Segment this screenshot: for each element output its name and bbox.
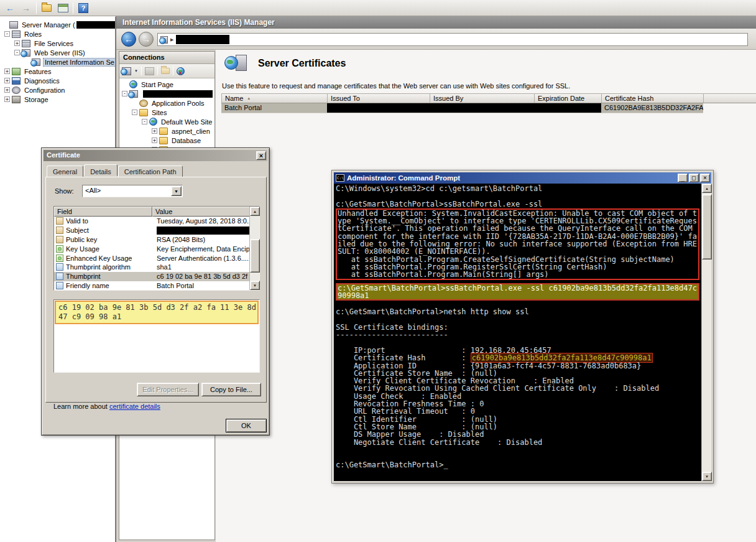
redacted-server-name [176, 35, 229, 44]
create-connection-icon[interactable] [122, 67, 131, 75]
scrollbar-thumb[interactable] [250, 239, 260, 273]
tree-item-start-page[interactable]: Start Page [119, 80, 214, 89]
certificate-field-icon [56, 227, 63, 234]
copy-to-file-button[interactable]: Copy to File... [201, 383, 261, 396]
field-row-subject[interactable]: Subject [54, 226, 249, 235]
column-header-issued-to[interactable]: Issued To [328, 94, 430, 103]
expand-icon[interactable]: + [4, 96, 10, 102]
tree-item-default-web-site[interactable]: -Default Web Site [119, 117, 214, 126]
tree-item-web-server-iis-[interactable]: -Web Server (IIS) [0, 48, 115, 57]
show-dropdown-value: <All> [83, 185, 182, 197]
console-block-cmd-highlight: c:\GetSmart\BatchPortal>ssBatchPortal.ex… [336, 283, 699, 301]
fields-header-value[interactable]: Value [152, 207, 259, 217]
console-block-error-box: Unhandled Exception: System.InvalidCastE… [336, 208, 699, 280]
field-row-thumbprint[interactable]: Thumbprintc6 19 02 ba 9e 81 3b 5d d3 2f … [54, 272, 249, 281]
iis-forward-button[interactable]: → [139, 32, 154, 47]
forward-arrow-icon[interactable]: → [20, 2, 32, 14]
field-row-public-key[interactable]: Public keyRSA (2048 Bits) [54, 235, 249, 245]
thumbprint-value-box[interactable]: c6 19 02 ba 9e 81 3b 5d d3 2f a2 fa 11 3… [53, 299, 260, 373]
tree-item-sites[interactable]: -Sites [119, 108, 214, 117]
console-line: 90998a1 [338, 292, 698, 299]
back-arrow-icon[interactable]: ← [4, 2, 16, 14]
tree-item-features[interactable]: +Features [0, 67, 115, 76]
collapse-icon[interactable]: - [122, 91, 127, 96]
iis-breadcrumb[interactable]: ▶ [157, 33, 748, 46]
tree-item-redacted[interactable]: - [119, 89, 214, 98]
scroll-down-icon[interactable]: ▼ [250, 281, 260, 290]
field-value: Batch Portal [154, 282, 249, 289]
cell-name: Batch Portal [221, 103, 327, 113]
column-header-issued-by[interactable]: Issued By [430, 94, 535, 103]
tree-item-roles[interactable]: -Roles [0, 29, 115, 39]
fields-scrollbar[interactable]: ▲ ▼ [249, 207, 259, 290]
column-header-expiration-date[interactable]: Expiration Date [535, 94, 602, 103]
scrollbar-thumb[interactable] [702, 194, 712, 259]
expand-icon[interactable]: + [14, 40, 20, 46]
close-icon[interactable]: × [700, 174, 710, 182]
certificate-dialog-titlebar[interactable]: Certificate × [44, 150, 267, 161]
collapse-icon[interactable]: - [14, 50, 20, 55]
folderico-icon [159, 128, 168, 135]
ok-button[interactable]: OK [226, 419, 267, 432]
field-value: Tuesday, August 28, 2018 8:0... [154, 217, 249, 225]
disconnect-icon[interactable] [177, 67, 185, 75]
chevron-down-icon[interactable]: ▼ [134, 69, 138, 73]
collapse-icon[interactable]: - [4, 31, 10, 37]
close-icon[interactable]: × [256, 151, 266, 160]
certificate-row-batch-portal[interactable]: Batch Portal C61902BA9E813B5DD32FA2FA1..… [221, 103, 703, 113]
expand-icon[interactable]: + [4, 68, 10, 74]
certificate-field-icon [56, 273, 63, 280]
tree-item-label: Roles [23, 30, 43, 38]
chevron-down-icon[interactable]: ▼ [171, 186, 182, 196]
tree-item-configuration[interactable]: +Configuration [0, 85, 115, 95]
help-icon[interactable]: ? [77, 2, 90, 14]
minimize-icon[interactable]: _ [678, 174, 688, 182]
tree-item-label: Configuration [23, 86, 66, 94]
tree-item-application-pools[interactable]: Application Pools [119, 98, 214, 108]
expand-icon[interactable]: + [152, 138, 157, 143]
collapse-icon[interactable]: - [132, 110, 137, 115]
tab-certification-path[interactable]: Certification Path [118, 166, 183, 177]
tree-item-diagnostics[interactable]: +Diagnostics [0, 76, 115, 85]
field-row-friendly-name[interactable]: Friendly nameBatch Portal [54, 281, 249, 290]
field-row-key-usage[interactable]: Key UsageKey Encipherment, Data Encip... [54, 244, 249, 253]
collapse-icon[interactable]: - [142, 119, 147, 124]
tree-item-aspnet-clien[interactable]: +aspnet_clien [119, 126, 214, 136]
scroll-down-icon[interactable]: ▼ [702, 472, 712, 481]
field-row-valid-to[interactable]: Valid toTuesday, August 28, 2018 8:0... [54, 217, 249, 226]
export-folder-icon[interactable] [40, 2, 53, 14]
chart-icon [12, 77, 21, 85]
column-header-name[interactable]: Name▲ [222, 94, 328, 103]
tree-item-storage[interactable]: +Storage [0, 95, 115, 104]
certificate-dialog-tabs: General Details Certification Path [47, 166, 183, 177]
tree-item-database[interactable]: +Database [119, 136, 214, 145]
field-name: Subject [66, 227, 154, 234]
field-row-enhanced-key-usage[interactable]: Enhanced Key UsageServer Authentication … [54, 253, 249, 263]
tab-general[interactable]: General [47, 166, 83, 177]
console-scrollbar[interactable]: ▲ ▼ [701, 184, 711, 481]
expand-icon[interactable]: + [4, 78, 10, 83]
breadcrumb-arrow-icon: ▶ [170, 37, 173, 42]
feature-title: Server Certificates [258, 58, 346, 69]
iis-titlebar[interactable]: Internet Information Services (IIS) Mana… [116, 16, 756, 29]
show-dropdown[interactable]: <All> ▼ [82, 185, 183, 197]
maximize-icon[interactable]: □ [689, 174, 699, 182]
certificate-details-link[interactable]: certificate details [109, 403, 160, 410]
scroll-up-icon[interactable]: ▲ [250, 207, 260, 216]
scroll-up-icon[interactable]: ▲ [702, 184, 712, 193]
field-row-thumbprint-algorithm[interactable]: Thumbprint algorithmsha1 [54, 263, 249, 272]
expand-icon[interactable]: + [4, 87, 10, 93]
console-window-icon[interactable] [57, 2, 69, 14]
server-icon [160, 36, 168, 44]
console-output[interactable]: C:\Windows\system32>cd c:\getsmart\Batch… [334, 184, 701, 481]
command-prompt-titlebar[interactable]: C:\ Administrator: Command Prompt _ □ × [334, 172, 711, 184]
fields-header-field[interactable]: Field [54, 207, 152, 217]
expand-icon[interactable]: + [152, 128, 157, 134]
column-header-certificate-hash[interactable]: Certificate Hash [602, 94, 704, 103]
tree-item-internet-information-se[interactable]: Internet Information Se [0, 57, 115, 67]
tab-details[interactable]: Details [84, 164, 118, 176]
tree-item-file-services[interactable]: +File Services [0, 39, 115, 48]
save-icon [145, 67, 154, 75]
tree-item-server-manager-[interactable]: Server Manager ( [0, 20, 115, 29]
iis-back-button[interactable]: ← [121, 32, 136, 47]
